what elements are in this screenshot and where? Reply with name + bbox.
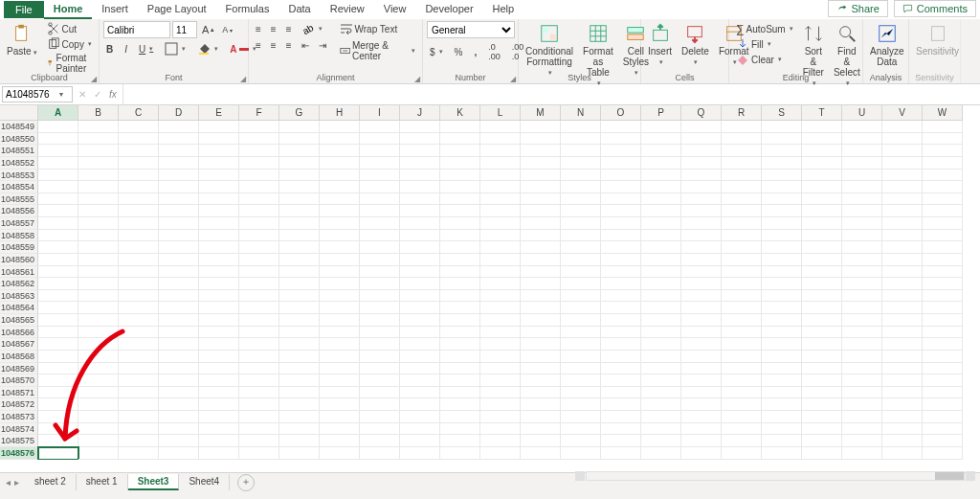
cell[interactable] xyxy=(320,327,360,339)
cell[interactable] xyxy=(641,133,681,146)
cell[interactable] xyxy=(722,290,762,303)
cell[interactable] xyxy=(923,230,963,242)
column-header-C[interactable]: C xyxy=(119,105,159,121)
bold-button[interactable]: B xyxy=(103,43,116,56)
cell[interactable] xyxy=(199,205,239,217)
row-header[interactable]: 1048571 xyxy=(0,387,38,399)
cell[interactable] xyxy=(239,363,279,375)
cell[interactable] xyxy=(641,351,681,363)
cell[interactable] xyxy=(923,205,963,217)
cell[interactable] xyxy=(38,351,78,363)
row-header[interactable]: 1048561 xyxy=(0,266,38,279)
cell[interactable] xyxy=(882,157,923,170)
cell[interactable] xyxy=(882,302,923,314)
menu-page-layout[interactable]: Page Layout xyxy=(138,0,216,19)
cell[interactable] xyxy=(440,290,480,303)
cell[interactable] xyxy=(923,278,963,290)
cell[interactable] xyxy=(762,181,802,193)
cell[interactable] xyxy=(239,290,279,303)
cell[interactable] xyxy=(38,411,78,423)
cell[interactable] xyxy=(681,327,722,339)
cell[interactable] xyxy=(119,266,159,279)
cell[interactable] xyxy=(722,133,762,146)
cell[interactable] xyxy=(440,157,480,170)
increase-font-button[interactable]: A▴ xyxy=(199,23,217,36)
row-header[interactable]: 1048552 xyxy=(0,157,38,170)
cell[interactable] xyxy=(762,435,802,447)
cell[interactable] xyxy=(882,181,923,193)
cell[interactable] xyxy=(78,374,119,387)
cell[interactable] xyxy=(199,278,239,290)
cell[interactable] xyxy=(842,145,882,157)
align-middle-button[interactable]: ≡ xyxy=(268,23,279,35)
cell[interactable] xyxy=(561,205,601,217)
new-sheet-button[interactable]: ＋ xyxy=(237,474,255,491)
cell[interactable] xyxy=(320,387,360,399)
cell[interactable] xyxy=(802,314,842,327)
cell[interactable] xyxy=(722,351,762,363)
cell[interactable] xyxy=(440,302,480,314)
cell[interactable] xyxy=(641,327,681,339)
column-header-D[interactable]: D xyxy=(159,105,199,121)
cell[interactable] xyxy=(320,145,360,157)
cell[interactable] xyxy=(480,314,521,327)
row-header[interactable]: 1048570 xyxy=(0,374,38,387)
row-header[interactable]: 1048575 xyxy=(0,435,38,447)
cell[interactable] xyxy=(440,411,480,423)
align-right-button[interactable]: ≡ xyxy=(283,39,295,52)
comments-button[interactable]: Comments xyxy=(894,0,976,17)
cell[interactable] xyxy=(360,230,400,242)
cell[interactable] xyxy=(641,121,681,133)
cell[interactable] xyxy=(360,133,400,146)
cell[interactable] xyxy=(681,302,722,314)
cell[interactable] xyxy=(320,181,360,193)
cell[interactable] xyxy=(802,338,842,351)
cell[interactable] xyxy=(400,121,440,133)
cell[interactable] xyxy=(762,363,802,375)
cell[interactable] xyxy=(279,230,320,242)
cell[interactable] xyxy=(480,121,521,133)
cell[interactable] xyxy=(681,314,722,327)
cell[interactable] xyxy=(561,290,601,303)
cell[interactable] xyxy=(802,398,842,411)
cell[interactable] xyxy=(842,133,882,146)
cell[interactable] xyxy=(279,363,320,375)
cell[interactable] xyxy=(199,266,239,279)
align-top-button[interactable]: ≡ xyxy=(253,23,264,35)
cell[interactable] xyxy=(119,205,159,217)
cell[interactable] xyxy=(279,423,320,436)
cell[interactable] xyxy=(119,327,159,339)
cell[interactable] xyxy=(882,411,923,423)
cell[interactable] xyxy=(480,387,521,399)
cell[interactable] xyxy=(239,278,279,290)
cell[interactable] xyxy=(601,351,641,363)
cell[interactable] xyxy=(320,133,360,146)
cell[interactable] xyxy=(78,254,119,266)
cell[interactable] xyxy=(480,290,521,303)
cell[interactable] xyxy=(480,423,521,436)
cell[interactable] xyxy=(762,157,802,170)
cell[interactable] xyxy=(360,398,400,411)
tab-nav-next[interactable]: ▸ xyxy=(14,477,19,488)
cell[interactable] xyxy=(320,266,360,279)
row-header[interactable]: 1048560 xyxy=(0,254,38,266)
cell[interactable] xyxy=(360,290,400,303)
cell[interactable] xyxy=(641,447,681,460)
cell[interactable] xyxy=(159,241,199,254)
cell[interactable] xyxy=(119,170,159,182)
cell[interactable] xyxy=(641,266,681,279)
row-header[interactable]: 1048574 xyxy=(0,423,38,436)
cell[interactable] xyxy=(400,351,440,363)
cell[interactable] xyxy=(279,351,320,363)
cell[interactable] xyxy=(722,241,762,254)
cell[interactable] xyxy=(440,338,480,351)
cell[interactable] xyxy=(521,387,561,399)
fill-button[interactable]: Fill xyxy=(733,36,796,52)
cell[interactable] xyxy=(360,374,400,387)
cell[interactable] xyxy=(722,266,762,279)
cell[interactable] xyxy=(400,327,440,339)
cell[interactable] xyxy=(400,302,440,314)
cell[interactable] xyxy=(842,241,882,254)
cell[interactable] xyxy=(360,411,400,423)
cell[interactable] xyxy=(239,374,279,387)
